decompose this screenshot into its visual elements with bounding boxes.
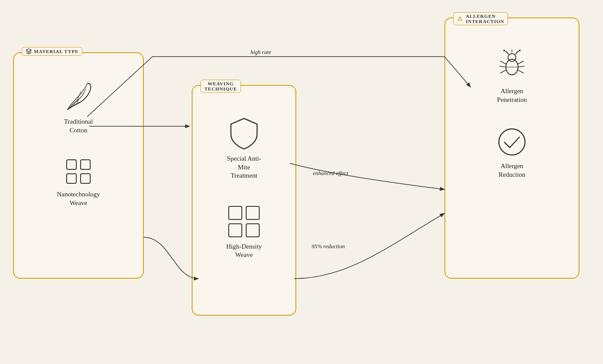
svg-rect-0 [67, 160, 76, 169]
high-density-weave-label: High-DensityWeave [226, 243, 262, 260]
check-circle-icon [496, 126, 528, 158]
svg-rect-6 [229, 224, 242, 237]
nanotechnology-weave-label: NanotechnologyWeave [57, 190, 100, 207]
diagram-container: MATERIAL TYPE Traditional Cotton [0, 0, 603, 364]
warning-icon: ⚠ [457, 15, 463, 23]
svg-rect-1 [81, 160, 90, 169]
special-anti-mite-label: Special Anti-MiteTreatment [227, 155, 261, 180]
svg-rect-2 [67, 174, 76, 183]
layers-icon [26, 48, 32, 54]
allergen-interaction-label: ⚠ ALLERGENINTERACTION [453, 12, 508, 25]
svg-line-14 [500, 61, 506, 64]
svg-point-9 [508, 54, 516, 61]
svg-rect-3 [81, 174, 90, 183]
svg-rect-4 [229, 206, 242, 219]
allergen-penetration-label: AllergenPenetration [497, 87, 527, 104]
label-enhanced-effect: enhanced effect [313, 170, 348, 177]
card-weaving: WEAVING TECHNIQUE Special Anti-MiteTreat… [192, 85, 296, 316]
traditional-cotton-item: Traditional Cotton [63, 79, 94, 135]
high-density-weave-item: High-DensityWeave [226, 204, 262, 260]
shield-icon [228, 116, 260, 151]
svg-rect-7 [246, 224, 259, 237]
material-type-label: MATERIAL TYPE [22, 47, 82, 56]
svg-line-18 [518, 66, 525, 67]
label-95-reduction: 95% reduction [312, 243, 345, 250]
card-material: MATERIAL TYPE Traditional Cotton [13, 52, 144, 279]
grid-small-icon [63, 156, 94, 187]
svg-line-10 [505, 51, 509, 54]
weaving-technique-label: WEAVING TECHNIQUE [200, 80, 241, 93]
svg-line-15 [499, 66, 506, 67]
feather-icon [63, 79, 94, 114]
label-high-rate: high rate [251, 49, 271, 56]
special-anti-mite-item: Special Anti-MiteTreatment [227, 116, 261, 180]
allergen-reduction-label: AllergenReduction [498, 162, 525, 179]
svg-point-24 [499, 129, 525, 155]
svg-point-11 [503, 50, 505, 51]
allergen-penetration-item: AllergenPenetration [496, 49, 528, 104]
svg-line-17 [518, 61, 524, 64]
grid-large-icon [227, 204, 261, 239]
svg-rect-5 [246, 206, 259, 219]
svg-line-16 [500, 70, 506, 73]
traditional-cotton-label: Traditional Cotton [64, 118, 93, 135]
bug-icon [496, 49, 528, 84]
svg-line-12 [515, 51, 519, 54]
card-allergen: ⚠ ALLERGENINTERACTION [444, 17, 579, 279]
nanotechnology-weave-item: NanotechnologyWeave [57, 156, 100, 207]
allergen-reduction-item: AllergenReduction [496, 126, 528, 179]
svg-point-13 [519, 50, 521, 51]
svg-line-19 [518, 70, 524, 73]
